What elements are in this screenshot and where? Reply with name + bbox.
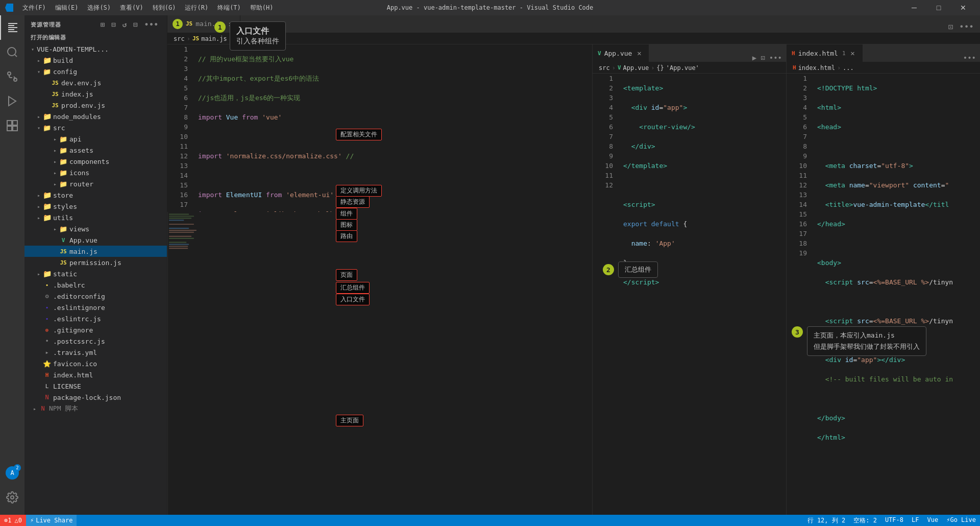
tree-item-index-html[interactable]: H index.html — [24, 369, 167, 380]
tree-item-gitignore[interactable]: ⊛ .gitignore — [24, 324, 167, 336]
collapse-icon[interactable]: ⊟ — [131, 19, 140, 30]
refresh-icon[interactable]: ↺ — [120, 19, 129, 30]
tree-item-permission[interactable]: JS permission.js — [24, 257, 167, 268]
title-bar-controls[interactable]: ─ □ ✕ — [902, 0, 975, 15]
activity-item-settings[interactable] — [0, 485, 24, 510]
bc-html-ellipsis[interactable]: ... — [843, 64, 854, 71]
tree-item-travis[interactable]: ▸ .travis.yml — [24, 347, 167, 358]
bc-src[interactable]: src — [174, 35, 185, 42]
tree-item-router[interactable]: ▸ 📁 router — [24, 178, 167, 189]
tree-item-static[interactable]: ▸ 📁 static — [24, 268, 167, 279]
tree-item-build[interactable]: ▸ 📁 build — [24, 55, 167, 66]
tree-item-eslintignore[interactable]: • .eslintignore — [24, 302, 167, 313]
bc-index-html[interactable]: index.html — [798, 64, 835, 71]
menu-item-文件(F)[interactable]: 文件(F) — [18, 3, 50, 13]
tree-item-npm-scripts[interactable]: ▸ N NPM 脚本 — [24, 403, 167, 414]
tree-item-views[interactable]: ▸ 📁 views — [24, 223, 167, 234]
tree-item-package-lock[interactable]: N package-lock.json — [24, 392, 167, 403]
tree-item-config-index[interactable]: JS index.js — [24, 88, 167, 100]
tree-item-utils[interactable]: ▸ 📁 utils — [24, 212, 167, 223]
more-tab-actions[interactable]: ••• — [957, 21, 976, 33]
live-share-icon: ⚡ — [30, 517, 34, 524]
menu-item-帮助(H)[interactable]: 帮助(H) — [246, 3, 278, 13]
activity-item-run[interactable] — [0, 89, 24, 113]
title-bar-menu[interactable]: 文件(F)编辑(E)选择(S)查看(V)转到(G)运行(R)终端(T)帮助(H) — [18, 3, 278, 13]
tree-item-license[interactable]: L LICENSE — [24, 380, 167, 392]
maximize-button[interactable]: □ — [927, 0, 950, 15]
bc-js-icon[interactable]: JS — [192, 35, 199, 42]
tree-item-app-vue[interactable]: V App.vue — [24, 234, 167, 246]
status-spaces[interactable]: 空格: 2 — [849, 516, 881, 525]
app-vue-code-content[interactable]: 12345 678910 1112 <template> <div id="ap… — [593, 74, 786, 515]
tree-item-node-modules[interactable]: ▸ 📁 node_modules — [24, 111, 167, 122]
tree-item-prod-env[interactable]: JS prod.env.js — [24, 100, 167, 111]
more-actions-icon[interactable]: ••• — [142, 19, 161, 30]
menu-item-运行(R)[interactable]: 运行(R) — [181, 3, 212, 13]
tree-item-postcssrc[interactable]: • .postcssrc.js — [24, 336, 167, 347]
tree-item-favicon[interactable]: ⭐ favicon.ico — [24, 358, 167, 369]
status-position[interactable]: 行 12, 列 2 — [803, 516, 850, 525]
activity-item-source-control[interactable] — [0, 64, 24, 89]
minimize-button[interactable]: ─ — [902, 0, 926, 15]
close-button[interactable]: ✕ — [951, 0, 975, 15]
menu-item-转到(G)[interactable]: 转到(G) — [149, 3, 180, 13]
bc-vue-src[interactable]: src — [599, 64, 610, 71]
more-index-html[interactable]: ••• — [963, 54, 976, 62]
tree-item-root[interactable]: ▾ VUE-ADMIN-TEMPL... — [24, 43, 167, 55]
tab-app-vue[interactable]: V App.vue ✕ — [593, 44, 649, 62]
status-golive[interactable]: ⚡ Go Live — [942, 516, 980, 523]
sidebar-header-actions[interactable]: ⊞ ⊟ ↺ ⊟ ••• — [99, 19, 161, 30]
menu-item-查看(V)[interactable]: 查看(V) — [116, 3, 148, 13]
menu-item-编辑(E)[interactable]: 编辑(E) — [51, 3, 83, 13]
status-encoding[interactable]: UTF-8 — [881, 516, 908, 523]
activity-item-search[interactable] — [0, 40, 24, 64]
bc-html-icon[interactable]: H — [793, 64, 796, 71]
main-js-code-content[interactable]: 12345 678910 1112131415 1617181920 21222… — [167, 44, 592, 212]
status-eol[interactable]: LF — [908, 516, 923, 523]
utils-arrow: ▸ — [35, 213, 43, 222]
bc-vue-icon[interactable]: V — [618, 64, 621, 71]
activity-item-avatar[interactable]: A 2 — [0, 461, 24, 485]
tree-item-store[interactable]: ▸ 📁 store — [24, 189, 167, 201]
status-language[interactable]: Vue — [923, 516, 943, 523]
activity-item-explorer[interactable] — [0, 15, 24, 40]
split-editor-btn[interactable]: ⊡ — [946, 21, 955, 33]
tree-item-editorconfig[interactable]: ⚙ .editorconfig — [24, 291, 167, 302]
activity-bottom: A 2 — [0, 461, 24, 515]
tree-item-main-js[interactable]: JS main.js — [24, 246, 167, 257]
bc-vue-name[interactable]: 'App.vue' — [666, 64, 699, 71]
tree-item-dev-env[interactable]: JS dev.env.js — [24, 77, 167, 88]
tab-index-html[interactable]: H index.html 1 ✕ — [787, 44, 863, 62]
open-editors[interactable]: 打开的编辑器 — [24, 32, 167, 43]
activity-item-extensions[interactable] — [0, 113, 24, 138]
index-html-code-content[interactable]: 12345 678910 1112131415 16171819 <!DOCTY… — [787, 74, 980, 515]
tree-item-styles[interactable]: ▸ 📁 styles — [24, 201, 167, 212]
bc-vue-obj[interactable]: {} — [656, 64, 664, 71]
new-folder-icon[interactable]: ⊟ — [109, 19, 118, 30]
tree-item-assets[interactable]: ▸ 📁 assets — [24, 145, 167, 156]
tree-item-icons[interactable]: ▸ 📁 icons — [24, 167, 167, 178]
tree-item-src[interactable]: ▾ 📁 src — [24, 122, 167, 133]
avatar[interactable]: A 2 — [6, 466, 19, 480]
tree-item-components[interactable]: ▸ 📁 components — [24, 156, 167, 167]
tab-main-js[interactable]: 1 JS main.js ✕ — [167, 15, 240, 33]
avatar-text: A — [10, 469, 14, 476]
tree-item-babelrc[interactable]: • .babelrc — [24, 279, 167, 291]
bc-app-vue[interactable]: App.vue — [623, 64, 649, 71]
menu-item-终端(T)[interactable]: 终端(T) — [213, 3, 245, 13]
status-errors[interactable]: ⊗ 1 △ 0 — [0, 515, 26, 526]
main-js-close[interactable]: ✕ — [227, 20, 235, 28]
more-app-vue[interactable]: ••• — [769, 54, 782, 62]
bc-main-js[interactable]: main.js — [201, 35, 227, 42]
tree-item-eslintrc[interactable]: • .eslintrc.js — [24, 313, 167, 324]
menu-item-选择(S)[interactable]: 选择(S) — [83, 3, 115, 13]
live-share-btn[interactable]: ⚡ Live Share — [26, 515, 77, 526]
bc-ellipsis[interactable]: ... — [235, 35, 246, 42]
run-app-vue[interactable]: ▶ — [752, 54, 756, 62]
tree-item-config[interactable]: ▾ 📁 config — [24, 66, 167, 77]
index-html-close[interactable]: ✕ — [849, 49, 857, 57]
tree-item-api[interactable]: ▸ 📁 api — [24, 133, 167, 145]
app-vue-close[interactable]: ✕ — [635, 49, 643, 57]
split-app-vue[interactable]: ⊡ — [761, 54, 765, 62]
new-file-icon[interactable]: ⊞ — [99, 19, 107, 30]
